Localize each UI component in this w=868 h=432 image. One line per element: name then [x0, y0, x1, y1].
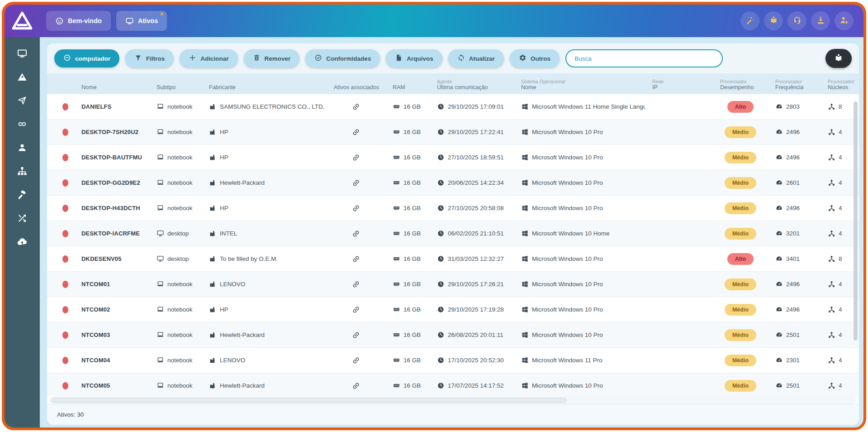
- clock-icon: [437, 382, 445, 389]
- col-rede-ip[interactable]: RedeIP: [645, 73, 713, 94]
- remove-button[interactable]: Remover: [244, 49, 300, 67]
- link-icon[interactable]: [352, 382, 360, 390]
- compliance-button[interactable]: Conformidades: [305, 49, 380, 67]
- table-row[interactable]: DESKTOP-H43DCTH notebook HP 16 GB 27/10/…: [47, 196, 859, 221]
- sitemap-icon: [17, 166, 28, 178]
- col-frequencia[interactable]: ProcessadorFrequência: [768, 73, 821, 94]
- col-fabricante[interactable]: Fabricante: [202, 73, 327, 94]
- tab-ativos[interactable]: Ativos ✕: [116, 11, 167, 31]
- user-settings-button[interactable]: [835, 11, 854, 30]
- sidebar-item-integrations[interactable]: [13, 118, 31, 132]
- factory-icon: [209, 128, 217, 136]
- table-row[interactable]: NTCOM05 notebook Hewlett-Packard 16 GB 1…: [47, 373, 859, 397]
- magic-wand-button[interactable]: [740, 11, 759, 30]
- asset-name: DESKTOP-H43DCTH: [81, 205, 140, 211]
- table-row[interactable]: DESKTOP-IACRFME desktop INTEL 16 GB 06/0…: [47, 221, 859, 246]
- table-row[interactable]: DESKTOP-GG2D9E2 notebook Hewlett-Packard…: [47, 170, 859, 196]
- link-icon[interactable]: [352, 154, 360, 162]
- asset-name: NTCOM01: [81, 281, 110, 288]
- col-desempenho[interactable]: ProcessadorDesempenho: [713, 73, 768, 94]
- horizontal-scrollbar[interactable]: [50, 397, 856, 404]
- sidebar-item-tools[interactable]: [13, 188, 31, 202]
- col-sistema-operacional[interactable]: Sistema OperacionalNome: [514, 73, 645, 94]
- download-button[interactable]: [811, 11, 830, 30]
- asset-name: NTCOM05: [81, 382, 110, 389]
- trash-icon: [253, 54, 261, 63]
- horizontal-scrollbar-thumb[interactable]: [51, 398, 567, 403]
- col-subtipo[interactable]: Subtipo: [149, 73, 202, 94]
- table-row[interactable]: NTCOM01 notebook LENOVO 16 GB 29/10/2025…: [47, 272, 859, 297]
- link-icon[interactable]: [352, 280, 360, 288]
- col-nucleos[interactable]: ProcessadorNúcleos: [821, 73, 859, 94]
- filter-icon: [134, 54, 142, 63]
- asset-manufacturer: INTEL: [220, 230, 237, 237]
- sidebar-item-computers[interactable]: [13, 47, 31, 61]
- headset-button[interactable]: [787, 11, 806, 30]
- filters-button[interactable]: Filtros: [125, 49, 174, 67]
- knowledge-base-button[interactable]: [825, 49, 852, 68]
- headset-icon: [792, 15, 802, 26]
- asset-type-button[interactable]: computador: [54, 49, 119, 67]
- library-icon: [769, 15, 778, 26]
- tab-bem-vindo[interactable]: Bem-vindo: [46, 11, 111, 31]
- hub-icon: [828, 280, 835, 288]
- factory-icon: [209, 356, 217, 364]
- factory-icon: [209, 255, 217, 263]
- asset-ram: 16 GB: [403, 205, 421, 211]
- add-button[interactable]: Adicionar: [180, 49, 237, 67]
- asset-manufacturer: LENOVO: [220, 281, 245, 288]
- sidebar-item-alerts[interactable]: [13, 71, 31, 85]
- link-icon[interactable]: [352, 230, 360, 238]
- link-icon[interactable]: [352, 306, 360, 314]
- col-ultima-comunicacao[interactable]: AgenteÚltima comunicação: [430, 73, 514, 94]
- asset-subtype: desktop: [167, 255, 189, 262]
- sidebar-item-shuffle[interactable]: [13, 212, 31, 226]
- col-ram[interactable]: RAM: [385, 73, 430, 94]
- refresh-button[interactable]: Atualizar: [448, 49, 504, 67]
- table-row[interactable]: NTCOM04 notebook LENOVO 16 GB 17/10/2025…: [47, 348, 859, 373]
- files-button[interactable]: Arquivos: [386, 49, 442, 67]
- laptop-icon: [157, 306, 164, 313]
- link-icon[interactable]: [352, 103, 360, 111]
- performance-badge: Médio: [725, 228, 756, 240]
- asset-name: DESKTOP-BAUTFMU: [81, 154, 142, 161]
- asset-ram: 16 GB: [403, 357, 421, 364]
- sidebar-item-hierarchy[interactable]: [13, 165, 31, 179]
- performance-badge: Médio: [725, 355, 756, 366]
- factory-icon: [209, 331, 217, 339]
- memory-icon: [393, 356, 400, 364]
- link-icon[interactable]: [352, 179, 360, 187]
- asset-last-communication: 06/02/2025 21:10:51: [448, 230, 504, 237]
- sidebar-item-send[interactable]: [13, 94, 31, 108]
- link-icon[interactable]: [352, 128, 360, 136]
- sidebar-item-cloud[interactable]: [13, 235, 31, 250]
- asset-manufacturer: HP: [220, 205, 228, 211]
- asset-cores: 4: [839, 154, 842, 161]
- asset-frequency: 2496: [786, 129, 800, 135]
- tab-label: Bem-vindo: [68, 17, 102, 24]
- close-tab-icon[interactable]: ✕: [160, 12, 164, 17]
- table-row[interactable]: NTCOM03 notebook Hewlett-Packard 16 GB 2…: [47, 322, 859, 348]
- table-row[interactable]: DESKTOP-BAUTFMU notebook HP 16 GB 27/10/…: [47, 145, 859, 170]
- table-row[interactable]: DKDESENV05 desktop To be filled by O.E.M…: [47, 246, 859, 272]
- gauge-icon: [775, 103, 783, 110]
- link-icon[interactable]: [352, 331, 360, 339]
- vertical-scrollbar[interactable]: [854, 101, 858, 341]
- sidebar-item-users[interactable]: [13, 141, 31, 155]
- memory-icon: [393, 255, 400, 263]
- link-icon[interactable]: [352, 255, 360, 263]
- table-row[interactable]: NTCOM02 notebook HP 16 GB 29/10/2025 17:…: [47, 297, 859, 322]
- col-ativos-associados[interactable]: Ativos associados: [327, 73, 385, 94]
- asset-name: NTCOM03: [81, 331, 110, 338]
- table-row[interactable]: DESKTOP-7SH20U2 notebook HP 16 GB 29/10/…: [47, 120, 859, 145]
- asset-last-communication: 31/03/2025 12:32:27: [448, 255, 504, 262]
- col-nome[interactable]: Nome: [74, 73, 149, 94]
- table-row[interactable]: DANIELFS notebook SAMSUNG ELECTRONICS CO…: [47, 94, 859, 120]
- search-input[interactable]: [565, 49, 723, 67]
- link-icon[interactable]: [352, 204, 360, 212]
- others-button[interactable]: Outros: [510, 49, 560, 67]
- library-button[interactable]: [764, 11, 783, 30]
- status-dot-icon: [62, 382, 68, 389]
- link-icon[interactable]: [352, 356, 360, 365]
- infinity-icon: [17, 119, 28, 131]
